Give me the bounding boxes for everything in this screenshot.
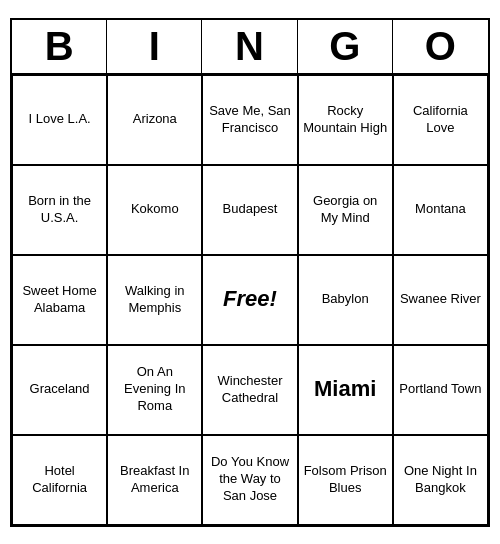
bingo-cell-r4-c2: Do You Know the Way to San Jose bbox=[202, 435, 297, 525]
bingo-cell-r1-c4: Montana bbox=[393, 165, 488, 255]
bingo-card: BINGO I Love L.A.ArizonaSave Me, San Fra… bbox=[10, 18, 490, 527]
header-letter: G bbox=[298, 20, 393, 73]
bingo-cell-r3-c0: Graceland bbox=[12, 345, 107, 435]
bingo-cell-r2-c4: Swanee River bbox=[393, 255, 488, 345]
bingo-cell-r0-c3: Rocky Mountain High bbox=[298, 75, 393, 165]
bingo-cell-r0-c2: Save Me, San Francisco bbox=[202, 75, 297, 165]
bingo-cell-r3-c4: Portland Town bbox=[393, 345, 488, 435]
bingo-cell-r3-c2: Winchester Cathedral bbox=[202, 345, 297, 435]
bingo-cell-r4-c1: Breakfast In America bbox=[107, 435, 202, 525]
header-letter: I bbox=[107, 20, 202, 73]
bingo-cell-r1-c2: Budapest bbox=[202, 165, 297, 255]
bingo-cell-r3-c3: Miami bbox=[298, 345, 393, 435]
bingo-grid: I Love L.A.ArizonaSave Me, San Francisco… bbox=[12, 75, 488, 525]
bingo-cell-r1-c3: Georgia on My Mind bbox=[298, 165, 393, 255]
header-letter: B bbox=[12, 20, 107, 73]
bingo-cell-r0-c0: I Love L.A. bbox=[12, 75, 107, 165]
bingo-cell-r2-c1: Walking in Memphis bbox=[107, 255, 202, 345]
bingo-cell-r0-c4: California Love bbox=[393, 75, 488, 165]
bingo-cell-r4-c4: One Night In Bangkok bbox=[393, 435, 488, 525]
bingo-cell-r0-c1: Arizona bbox=[107, 75, 202, 165]
bingo-cell-r2-c3: Babylon bbox=[298, 255, 393, 345]
bingo-cell-r2-c2: Free! bbox=[202, 255, 297, 345]
bingo-cell-r1-c1: Kokomo bbox=[107, 165, 202, 255]
bingo-cell-r3-c1: On An Evening In Roma bbox=[107, 345, 202, 435]
bingo-cell-r1-c0: Born in the U.S.A. bbox=[12, 165, 107, 255]
bingo-header: BINGO bbox=[12, 20, 488, 75]
bingo-cell-r4-c0: Hotel California bbox=[12, 435, 107, 525]
header-letter: N bbox=[202, 20, 297, 73]
header-letter: O bbox=[393, 20, 488, 73]
bingo-cell-r4-c3: Folsom Prison Blues bbox=[298, 435, 393, 525]
bingo-cell-r2-c0: Sweet Home Alabama bbox=[12, 255, 107, 345]
